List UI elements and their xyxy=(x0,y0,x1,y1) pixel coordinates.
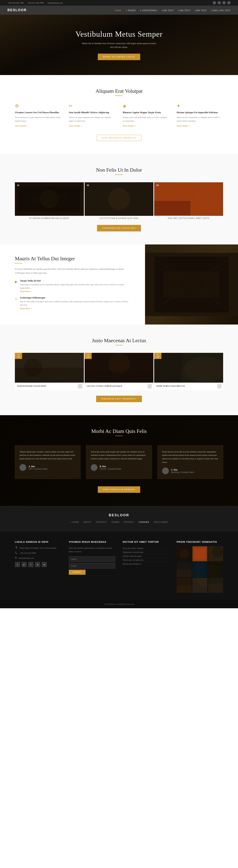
footer-nav-cookies[interactable]: COOKIES xyxy=(138,520,149,524)
footer-col-4-title: Proin Tincidunt Venenatis xyxy=(177,540,223,543)
feature-link-2[interactable]: View Details + xyxy=(69,125,82,127)
portfolio-divider xyxy=(115,175,123,175)
footer-thumb-7[interactable] xyxy=(177,578,192,593)
footer-nav-terms[interactable]: TERMS xyxy=(111,520,120,524)
feature-item-2: ✂ Sem Iaculis Blandit Ultrices Adipiscin… xyxy=(69,103,115,127)
testimonial-author-3: C. Doe Marketing / Company Name xyxy=(162,467,218,474)
feature-title-1: Vivamus Laoreet Orci Vel Massa Phasellus xyxy=(15,111,61,114)
feature-link-1[interactable]: View Details + xyxy=(15,125,28,127)
footer-submit-button[interactable]: SUBMIT xyxy=(69,570,86,575)
social-icon-2[interactable] xyxy=(217,1,221,4)
hero-cta-button[interactable]: MORBI ACCUMSAN LIGULA xyxy=(98,54,140,60)
footer-thumb-9[interactable] xyxy=(208,578,223,593)
footer-thumb-8[interactable] xyxy=(193,578,207,593)
blog-item-3[interactable]: 01 Apr PEDE PURUS FAUCIBUS IN › xyxy=(154,353,223,390)
svg-point-6 xyxy=(108,188,130,210)
nav-item-link1[interactable]: LINK TEXT xyxy=(162,8,174,12)
footer-name-input[interactable] xyxy=(69,556,115,562)
about-item-title-1: Turpis Nulla Id Nisl xyxy=(20,279,130,282)
footer-social-vk[interactable]: vk xyxy=(42,562,47,567)
portfolio-item-2[interactable]: 02 LUCTUS ETIAM ELEIFEND QUIS ODEI xyxy=(84,182,154,219)
testimonial-avatar-1 xyxy=(20,464,26,471)
footer-thumb-3[interactable] xyxy=(208,546,223,561)
footer-thumb-4[interactable] xyxy=(177,562,192,577)
social-icon-4[interactable] xyxy=(227,1,231,4)
testimonial-3: Etiam dictum sed ut odio in risus eleife… xyxy=(158,445,223,479)
feature-icon-1: ⚙ xyxy=(15,103,61,108)
portfolio-caption-2: LUCTUS ETIAM ELEIFEND QUIS ODEI xyxy=(84,217,154,219)
blog-item-1[interactable]: 01 Apr SEM INTEGER VULPUTATE › xyxy=(15,353,84,390)
nav-item-pages[interactable]: + PAGES xyxy=(126,8,136,12)
footer-phone-text: +00 (123) 456 7890 xyxy=(20,551,36,555)
blog-arrow-1[interactable]: › xyxy=(78,384,82,389)
portfolio-cta-button[interactable]: CONDIMENTUM PURUS NEC xyxy=(97,225,141,231)
nav-item-link2[interactable]: LINK TEXT xyxy=(178,8,190,12)
footer-nav-about[interactable]: ABOUT xyxy=(83,520,92,524)
footer-thumb-6[interactable] xyxy=(208,562,223,577)
footer-email-input[interactable] xyxy=(69,563,115,568)
feature-item-4: ✦ Dictum Quisque Est Imperdiet Pulvinar … xyxy=(177,103,223,127)
testimonials-section: Morbi Ac Diam Quis Felis Aliquet ullamco… xyxy=(0,415,238,506)
footer-thumb-2[interactable] xyxy=(193,546,207,561)
portfolio-section: Non Felis Ut In Dolor 01 AT SAPIEN ELEME… xyxy=(0,154,238,245)
feature-text-1: Tortor praesent et nulla maecenas eu nib… xyxy=(15,116,61,123)
footer-link-item-3[interactable]: Aenean vehicula augue xyxy=(123,554,169,558)
blog-item-title-1: SEM INTEGER VULPUTATE xyxy=(17,385,81,387)
portfolio-item-3[interactable]: 03 NISL NEC LECTUS DONEC AMET JUSTO xyxy=(154,182,223,219)
blog-date-month-2: Apr xyxy=(87,356,90,358)
testimonials-grid: Aliquet ullamcorper vivamus a metus null… xyxy=(15,445,223,479)
portfolio-item-1[interactable]: 01 AT SAPIEN ELEMENTUM SED ALIQUET xyxy=(15,182,84,219)
about-item-1: ▶ Turpis Nulla Id Nisl Suspendisse ferme… xyxy=(15,279,130,293)
footer-social-fb[interactable]: f xyxy=(15,562,20,567)
footer-social-gplus[interactable]: g+ xyxy=(22,562,27,567)
blog-image-3 xyxy=(154,353,223,382)
footer-phone[interactable]: 📞 +00 (123) 456 7890 xyxy=(15,551,61,555)
social-icon-1[interactable] xyxy=(213,1,216,4)
about-item-text-1: Suspendisse fermentum purus commodo ultr… xyxy=(20,283,130,289)
footer-link-item-5[interactable]: Dictum quis tempus ac xyxy=(123,562,169,566)
social-icon-3[interactable] xyxy=(223,1,226,4)
blog-cta-button[interactable]: BIBENDUM EGET HENDRERIT xyxy=(96,396,142,402)
footer-link-item-1[interactable]: Eu at risus dolor volutpat xyxy=(123,546,169,550)
testimonials-cta-button[interactable]: CRAS FRINGILLA GRAVIDA xyxy=(98,486,140,493)
nav-item-long-link[interactable]: LONG LINK TEXT xyxy=(211,8,231,12)
hero-subtitle: Mattis elit ut interdum risus id luctus … xyxy=(82,41,156,49)
footer-nav-contact[interactable]: CONTACT xyxy=(96,520,107,524)
feature-link-4[interactable]: View Details + xyxy=(177,125,190,127)
footer-nav-disclaimer[interactable]: DISCLAIMER xyxy=(154,520,168,524)
email-address[interactable]: info@domain.com xyxy=(47,2,63,4)
phone-2[interactable]: +00 (321) 456 7890 xyxy=(28,2,44,4)
phone-1[interactable]: +00 (123) 456 7890 xyxy=(7,2,24,4)
blog-arrow-3[interactable]: › xyxy=(217,384,222,389)
footer-nav-privacy[interactable]: PRIVACY xyxy=(124,520,134,524)
nav-item-link3[interactable]: LINK TEXT xyxy=(195,8,207,12)
testimonials-cta: CRAS FRINGILLA GRAVIDA xyxy=(15,486,223,493)
navbar: BESLOOR HOME + PAGES ▾ DROPDOWN LINK TEX… xyxy=(0,6,238,15)
nav-item-home[interactable]: HOME xyxy=(114,8,122,12)
footer-thumb-5[interactable] xyxy=(193,562,207,577)
blog-divider xyxy=(115,345,123,345)
features-cta: QUIS MOLESTIE CONVALLIS xyxy=(15,135,223,141)
feature-icon-2: ✂ xyxy=(69,103,115,108)
nav-item-dropdown[interactable]: ▾ DROPDOWN xyxy=(140,8,158,12)
about-item-link-1[interactable]: Read More + xyxy=(20,290,32,292)
testimonial-1: Aliquet ullamcorper vivamus a metus null… xyxy=(15,445,80,479)
footer-email[interactable]: ✉ info@domain.com xyxy=(15,556,61,560)
footer-nav-home[interactable]: ⌂ HOME xyxy=(70,520,79,524)
features-cta-button[interactable]: QUIS MOLESTIE CONVALLIS xyxy=(97,135,141,141)
footer-link-item-4[interactable]: Donec quis est ligula nisi xyxy=(123,558,169,562)
portfolio-caption-1: AT SAPIEN ELEMENTUM SED ALIQUET xyxy=(15,217,84,219)
blog-image-1 xyxy=(15,353,84,382)
footer-social-in[interactable]: in xyxy=(35,562,40,567)
footer-thumb-1[interactable] xyxy=(177,546,192,561)
footer-bottom: Ligula Aenean Id Odio 📍 Street Name & Nu… xyxy=(0,531,238,600)
footer-link-item-2[interactable]: Dignissim est proin diam xyxy=(123,550,169,554)
blog-date-day-2: 02 xyxy=(87,354,89,355)
blog-item-2[interactable]: 02 Apr LECTUS VITAE LOREM QUISQUE › xyxy=(84,353,154,390)
blog-arrow-2[interactable]: › xyxy=(147,384,152,389)
feature-link-3[interactable]: View Details + xyxy=(123,125,136,127)
testimonial-2: Sed iaculis metus pede feugiat ante quis… xyxy=(86,445,152,479)
about-item-link-2[interactable]: Read More + xyxy=(20,307,32,310)
navbar-brand[interactable]: BESLOOR xyxy=(7,8,27,12)
footer-social-tw[interactable]: t xyxy=(28,562,33,567)
